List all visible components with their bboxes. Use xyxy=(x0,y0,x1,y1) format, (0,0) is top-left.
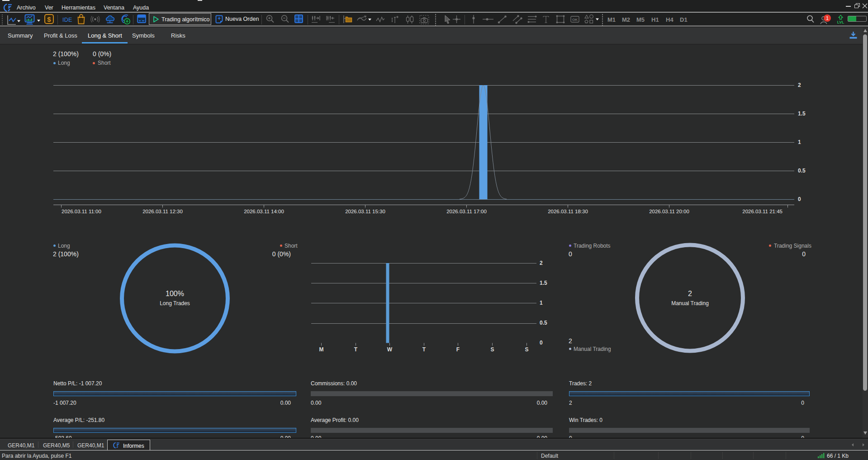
svg-text:$: $ xyxy=(47,15,51,23)
svg-text:1: 1 xyxy=(826,15,829,21)
svg-text:LVL: LVL xyxy=(837,20,844,24)
svg-text:OK: OK xyxy=(572,18,578,22)
